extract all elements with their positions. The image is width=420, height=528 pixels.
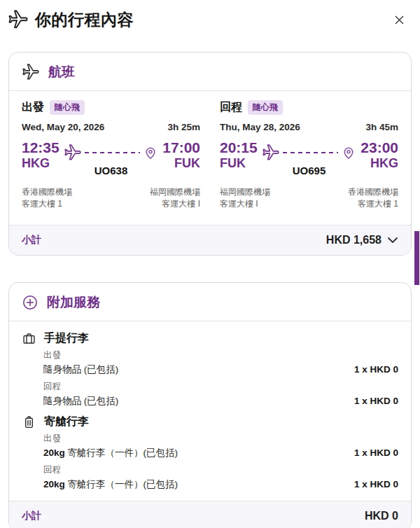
subtotal-value: HKD 0: [365, 510, 398, 522]
plane-icon: [22, 63, 40, 81]
route-dashed-line: [283, 152, 339, 153]
addon-item: 20kg 寄艙行李（一件）(已包括) 1 x HKD 0: [43, 478, 398, 491]
group-title: 手提行李: [44, 331, 89, 346]
subtotal-label: 小計: [22, 510, 41, 522]
addons-card-title: 附加服務: [47, 293, 100, 312]
segment-date: Wed, May 20, 2026: [22, 122, 104, 132]
plane-icon: [7, 8, 29, 31]
briefcase-icon: [22, 331, 36, 346]
arrival-time: 17:00: [162, 139, 200, 156]
segment-return: 回程 隨心飛 Thu, May 28, 2026 3h 45m 20:15 FU…: [220, 100, 398, 211]
departure-point: 20:15 FUK: [220, 139, 258, 171]
flights-card-title: 航班: [48, 63, 75, 81]
flight-segments: 出發 隨心飛 Wed, May 20, 2026 3h 25m 12:35 HK…: [9, 91, 411, 225]
flights-card: 航班 出發 隨心飛 Wed, May 20, 2026 3h 25m 12:35…: [8, 52, 412, 256]
arrival-time: 23:00: [360, 139, 398, 156]
addon-item: 20kg 寄艙行李（一件）(已包括) 1 x HKD 0: [43, 447, 398, 459]
flights-card-header: 航班: [9, 53, 411, 90]
arrival-airport: 香港國際機場 客運大樓 1: [348, 186, 398, 211]
addon-item: 隨身物品 (已包括) 1 x HKD 0: [43, 395, 398, 408]
plus-circle-icon: [22, 294, 38, 311]
subtotal-label: 小計: [22, 234, 41, 246]
suitcase-icon: [22, 415, 36, 429]
location-pin-icon: [143, 145, 158, 160]
fare-badge: 隨心飛: [248, 100, 283, 115]
departure-point: 12:35 HKG: [22, 139, 59, 171]
route-graphic: UO638: [59, 139, 163, 176]
chevron-down-icon[interactable]: [387, 237, 398, 244]
route-dashed-line: [85, 152, 141, 153]
arrival-point: 17:00 FUK: [162, 139, 200, 171]
direction-label: 回程: [43, 381, 398, 393]
flight-number: UO638: [64, 165, 159, 176]
arrival-code: HKG: [360, 156, 398, 171]
segment-outbound: 出發 隨心飛 Wed, May 20, 2026 3h 25m 12:35 HK…: [22, 100, 200, 211]
addons-card: 附加服務 手提行李 出發 隨身物品 (已包括): [8, 282, 412, 528]
arrival-point: 23:00 HKG: [360, 139, 398, 171]
route-graphic: UO695: [258, 139, 361, 176]
subtotal-value: HKD 1,658: [326, 234, 382, 246]
fare-badge: 隨心飛: [50, 100, 85, 115]
addon-price: 1 x HKD 0: [354, 364, 398, 375]
arrival-code: FUK: [162, 156, 200, 171]
direction-label: 出發: [43, 349, 398, 361]
plane-icon: [262, 144, 280, 162]
addons-card-header: 附加服務: [9, 283, 411, 321]
addons-subtotal-row: 小計 HKD 0: [9, 501, 411, 528]
departure-airport: 香港國際機場 客運大樓 1: [22, 186, 72, 211]
group-title: 寄艙行李: [44, 415, 89, 429]
arrival-airport: 福岡國際機場 客運大樓 I: [150, 186, 200, 211]
scrollbar-thumb[interactable]: [414, 231, 419, 285]
direction-label: 出發: [43, 433, 398, 445]
location-pin-icon: [341, 145, 356, 160]
group-checked-baggage: 寄艙行李 出發 20kg 寄艙行李（一件）(已包括) 1 x HKD 0 回程 …: [22, 415, 398, 491]
departure-code: FUK: [220, 156, 258, 171]
group-hand-baggage: 手提行李 出發 隨身物品 (已包括) 1 x HKD 0 回程 隨身物品 (已包…: [22, 331, 398, 408]
plane-icon: [64, 144, 82, 162]
segment-date: Thu, May 28, 2026: [220, 122, 300, 132]
close-icon[interactable]: [389, 10, 409, 29]
segment-duration: 3h 45m: [365, 122, 398, 132]
addon-price: 1 x HKD 0: [354, 447, 398, 458]
departure-airport: 福岡國際機場 客運大樓 I: [220, 186, 270, 211]
addon-price: 1 x HKD 0: [354, 479, 398, 489]
page-title: 你的行程內容: [35, 9, 134, 31]
flights-subtotal-row[interactable]: 小計 HKD 1,658: [9, 225, 411, 255]
addon-item: 隨身物品 (已包括) 1 x HKD 0: [43, 363, 398, 376]
page-header: 你的行程內容: [0, 0, 420, 31]
segment-direction-label: 出發: [22, 100, 44, 115]
departure-code: HKG: [22, 156, 59, 171]
segment-direction-label: 回程: [220, 100, 242, 115]
segment-duration: 3h 25m: [167, 122, 200, 132]
departure-time: 20:15: [220, 139, 258, 156]
departure-time: 12:35: [22, 139, 59, 156]
flight-number: UO695: [262, 165, 357, 176]
direction-label: 回程: [43, 464, 398, 476]
addon-price: 1 x HKD 0: [354, 396, 398, 406]
